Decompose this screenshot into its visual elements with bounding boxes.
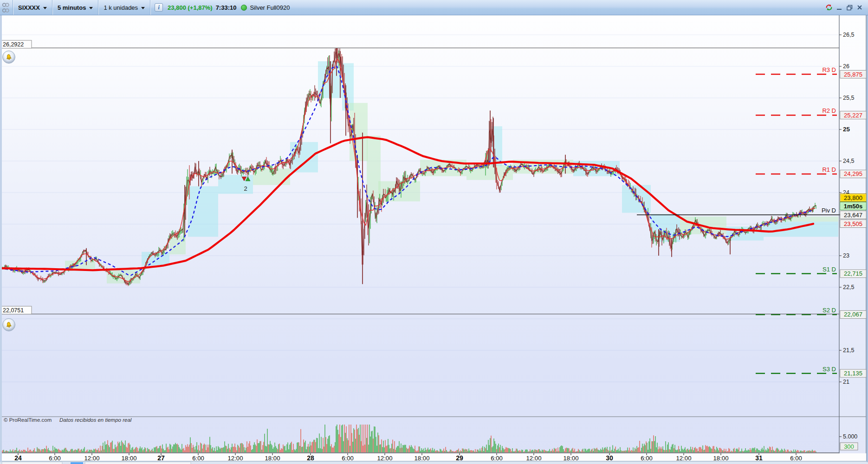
- alarm-bell-icon[interactable]: [2, 318, 15, 331]
- day-label: 31: [755, 454, 763, 462]
- copyright-text: © ProRealTime.com: [4, 417, 52, 423]
- time-label: 6:00: [641, 455, 653, 462]
- time-label: 6:00: [491, 455, 503, 462]
- price-tick-label: 26,5: [843, 32, 854, 38]
- price-tick-label: 24,5: [843, 158, 854, 164]
- time-label: 12:00: [377, 455, 392, 462]
- alarm-price-1: 26,2922: [3, 41, 24, 48]
- pivot-label: Piv D: [822, 207, 836, 214]
- current-volume-badge: 300: [844, 443, 854, 450]
- axis-price-badge: 21,135: [844, 370, 862, 377]
- axis-price-badge: 24,295: [844, 170, 862, 177]
- price-tick-label: 22,5: [843, 284, 854, 290]
- time-label: 6:00: [192, 455, 204, 462]
- alarm-price-2: 22,0751: [3, 307, 24, 314]
- alarm-bell-icon[interactable]: [2, 51, 15, 64]
- axis-price-badge: 23,800: [844, 194, 862, 201]
- pivot-label: R2 D: [822, 107, 836, 114]
- time-axis[interactable]: 246:0012:0018:00276:0012:0018:00286:0012…: [0, 453, 868, 464]
- indicator-bands: [65, 61, 838, 284]
- day-label: 24: [14, 454, 22, 462]
- axis-price-badge: 25,227: [844, 112, 862, 119]
- price-tick-label: 23: [843, 252, 849, 259]
- pivot-label: S2 D: [823, 307, 836, 314]
- time-label: 6:00: [342, 455, 354, 462]
- time-label: 12:00: [227, 455, 243, 462]
- axis-price-badge: 22,715: [844, 270, 862, 277]
- time-label: 18:00: [121, 455, 136, 462]
- axis-price-badge: 22,067: [844, 311, 862, 318]
- time-label: 6:00: [49, 455, 61, 462]
- chart-canvas[interactable]: R3 DR2 DR1 DPiv DS1 DS2 DS3 D 26,52625,5…: [0, 0, 868, 464]
- axis-price-badge: 23,647: [844, 212, 862, 219]
- time-label: 18:00: [414, 455, 429, 462]
- feed-status-text: Datos recibidos en tiempo real: [59, 417, 132, 423]
- price-tick-label: 21: [843, 379, 849, 385]
- time-label: 6:00: [790, 455, 802, 462]
- pivot-label: S1 D: [823, 266, 836, 273]
- pivot-label: R3 D: [822, 66, 836, 73]
- pivot-label: S3 D: [823, 366, 836, 373]
- price-tick-label: 26: [843, 63, 849, 70]
- prorealtime-chart-window: SIXXXX 5 minutos 1 k unidades i 23,800 (…: [0, 0, 868, 464]
- time-label: 12:00: [676, 455, 691, 462]
- time-label: 12:00: [84, 455, 99, 462]
- time-label: 18:00: [713, 455, 728, 462]
- day-label: 27: [157, 454, 165, 462]
- pivot-label: R1 D: [822, 166, 836, 173]
- volume-tick-label: 5.000: [843, 433, 857, 440]
- marker-count-label: 2: [244, 185, 247, 192]
- price-tick-label: 21,5: [843, 347, 854, 354]
- window-edge: [0, 15, 2, 462]
- footer: © ProRealTime.com Datos recibidos en tie…: [4, 417, 132, 423]
- price-tick-label: 25: [843, 126, 850, 133]
- price-series: [0, 45, 816, 286]
- axis-price-badge: 23,505: [844, 220, 862, 227]
- day-label: 30: [606, 454, 613, 462]
- axis-price-badge: 25,875: [844, 71, 862, 78]
- price-tick-label: 25,5: [843, 95, 854, 101]
- time-label: 18:00: [265, 455, 280, 462]
- axis-price-badge: 1m50s: [844, 203, 862, 210]
- time-label: 12:00: [526, 455, 541, 462]
- time-label: 18:00: [563, 455, 578, 462]
- day-label: 29: [456, 454, 463, 462]
- day-label: 28: [307, 454, 314, 462]
